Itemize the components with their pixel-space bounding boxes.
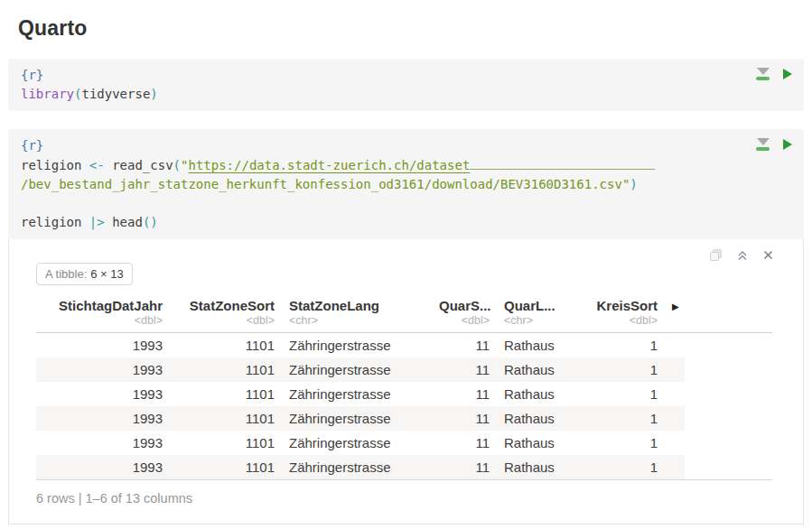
run-chunk-button[interactable] [783,139,792,150]
table-cell: 1 [593,382,658,406]
table-cell: 1993 [36,406,163,431]
code-chunk-setup: {r}library(tidyverse) [8,59,804,111]
table-cell-spacer [672,382,685,406]
column-name: StichtagDatJahr [36,298,163,314]
output-toolbar [709,248,774,262]
table-cell: 11 [439,382,490,406]
table-cell-spacer [672,431,685,455]
column-header-quars: QuarS...<dbl> [439,298,490,327]
table-cell: 1993 [36,455,163,479]
code-token-plain: head [105,215,143,229]
table-row: 19931101Zähringerstrasse11Rathaus1 [36,357,685,382]
column-name: StatZoneLang [289,298,425,314]
code-url-link[interactable]: https://data.stadt-zuerich.ch/dataset [188,158,470,172]
column-header-statzonesort: StatZoneSort<dbl> [177,298,275,327]
close-output-button[interactable] [762,249,774,261]
table-cell: 1101 [177,382,275,406]
code-line: {r} [21,66,723,85]
table-cell: Rathaus [504,333,578,357]
code-token-op: <- [89,158,105,172]
code-token-plain: read_csv [105,158,173,172]
code-line [21,194,723,213]
code-line: library(tidyverse) [21,85,723,104]
table-cell: 1 [593,333,658,357]
table-cell: 1101 [177,431,275,455]
collapse-output-button[interactable] [736,249,749,262]
page-title: Quarto [18,16,804,41]
table-cell: 1101 [177,406,275,431]
table-cell: 11 [439,406,490,431]
table-cell: 1 [593,455,658,479]
column-name: KreisSort [593,298,658,314]
code-token-plain: religion [21,158,89,172]
table-cell: 1993 [36,357,163,382]
collapse-icon [736,249,749,262]
table-cell: Rathaus [504,406,578,431]
code-token-fill [470,155,655,170]
code-token-kw: library [21,87,74,101]
table-cell: 1 [593,406,658,431]
table-cell-spacer [672,357,685,382]
popout-output-button[interactable] [709,248,723,262]
table-row: 19931101Zähringerstrasse11Rathaus1 [36,455,685,479]
table-cell: Zähringerstrasse [289,382,425,406]
table-cell: 1101 [177,455,275,479]
column-type: <dbl> [593,314,658,327]
code-line: /bev_bestand_jahr_statzone_herkunft_konf… [21,175,723,194]
run-above-icon [757,68,770,75]
table-cell: 1101 [177,357,275,382]
code-token-op: ) [150,87,157,101]
table-cell: Zähringerstrasse [289,455,425,479]
code-token-tag: {r} [21,68,43,82]
table-cell: Zähringerstrasse [289,333,425,357]
table-cell: Zähringerstrasse [289,431,425,455]
table-cell: 11 [439,431,490,455]
column-type: <chr> [289,314,425,327]
tibble-dims: 6 × 13 [90,267,124,281]
chunk-toolbar [756,68,792,80]
run-all-above-button[interactable] [756,68,770,80]
code-editor[interactable]: {r}library(tidyverse) [8,59,804,111]
table-cell: Rathaus [504,382,578,406]
table-cell-spacer [672,333,685,357]
tibble-badge: A tibble:6 × 13 [36,263,133,285]
column-type: <dbl> [177,314,275,327]
table-row: 19931101Zähringerstrasse11Rathaus1 [36,382,685,406]
code-token-op: ) [630,177,637,191]
next-columns-button[interactable]: ▶ [672,298,685,315]
column-header-kreissort: KreisSort<dbl> [593,298,658,327]
table-cell: Rathaus [504,431,578,455]
code-editor[interactable]: {r}religion <- read_csv("https://data.st… [8,129,804,239]
table-cell: 1993 [36,431,163,455]
table-row: 19931101Zähringerstrasse11Rathaus1 [36,406,685,431]
table-cell: Zähringerstrasse [289,406,425,431]
close-icon [762,249,774,261]
table-cell: 1993 [36,333,163,357]
play-icon [783,139,792,150]
column-header-stichtagdatjahr: StichtagDatJahr<dbl> [36,298,163,327]
code-token-op: |> [89,215,105,229]
code-token-tag: {r} [21,138,43,153]
column-type: <dbl> [36,314,163,327]
run-chunk-button[interactable] [783,69,792,79]
table-cell: 1 [593,357,658,382]
quarto-document: Quarto {r}library(tidyverse) {r}religion… [0,0,812,529]
code-token-plain: tidyverse [81,87,150,101]
chunk-toolbar [756,138,792,151]
tibble-label: A tibble: [45,267,87,281]
column-type: <dbl> [439,314,490,327]
code-token-op: () [143,215,158,229]
run-above-bar-icon [756,147,770,151]
chunk-output-panel: A tibble:6 × 13 StichtagDatJahr<dbl>Stat… [8,239,804,524]
run-all-above-button[interactable] [756,138,770,151]
table-header-wrap: StichtagDatJahr<dbl>StatZoneSort<dbl>Sta… [36,298,685,332]
table-cell: Zähringerstrasse [289,357,425,382]
code-line: {r} [21,136,723,155]
table-cell: 11 [439,333,490,357]
table-body: 19931101Zähringerstrasse11Rathaus1199311… [36,333,685,479]
table-bottom-divider [36,479,772,480]
code-line: religion <- read_csv("https://data.stadt… [21,155,723,175]
table-cell-spacer [672,406,685,431]
table-header-row: StichtagDatJahr<dbl>StatZoneSort<dbl>Sta… [36,298,685,332]
table-cell: 11 [439,357,490,382]
